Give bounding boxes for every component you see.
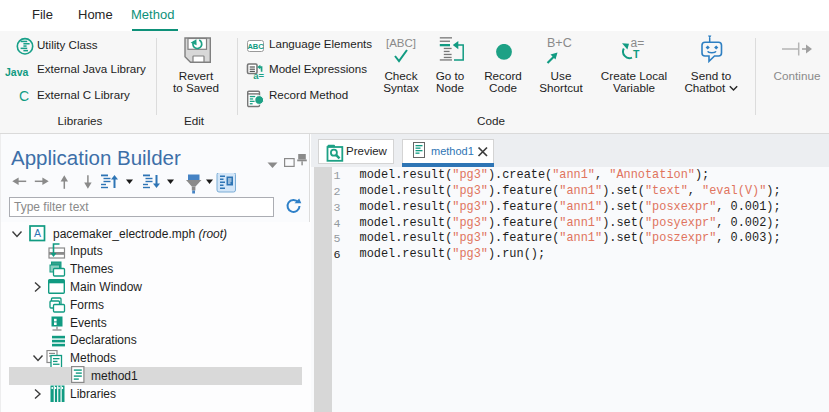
svg-text:B+C: B+C xyxy=(547,36,572,50)
svg-text:C: C xyxy=(19,88,29,104)
svg-text:[ABC]: [ABC] xyxy=(386,37,416,49)
svg-text:T: T xyxy=(633,48,640,60)
svg-text:ABC: ABC xyxy=(247,42,264,51)
svg-text:a=: a= xyxy=(253,70,264,81)
svg-text:A: A xyxy=(34,227,41,239)
svg-text:Java: Java xyxy=(5,66,29,78)
